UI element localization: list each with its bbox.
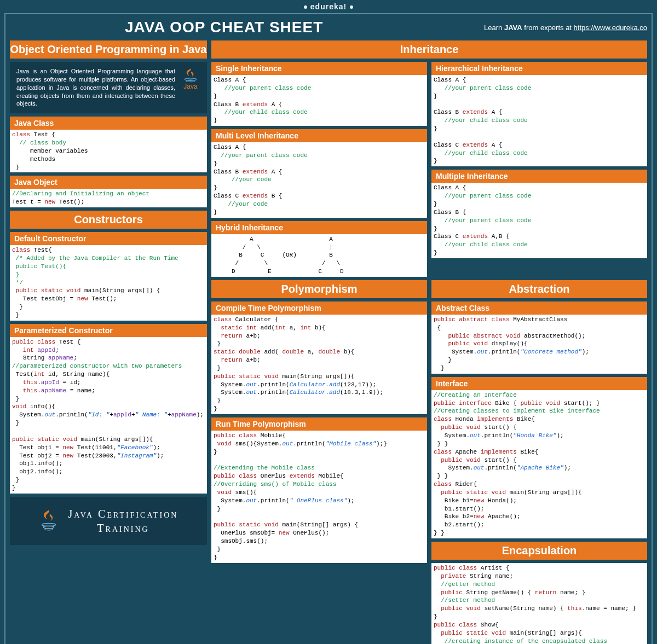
subheader-multiple-inh: Multiple Inheritance xyxy=(431,170,647,183)
java-logo-icon: Java xyxy=(181,67,200,90)
subheader-default-ctor: Default Constructor xyxy=(10,232,207,245)
learn-link-text: Learn JAVA from experts at https://www.e… xyxy=(484,24,647,32)
subheader-java-object: Java Object xyxy=(10,176,207,189)
sheet-outer: JAVA OOP CHEAT SHEET Learn JAVA from exp… xyxy=(4,13,653,644)
learn-link[interactable]: https://www.edureka.co xyxy=(574,24,647,32)
subheader-abstract-class: Abstract Class xyxy=(431,301,647,315)
page-title: JAVA OOP CHEAT SHEET xyxy=(10,19,323,36)
svg-point-4 xyxy=(44,528,52,530)
code-runtime-poly: public class Mobile{ void sms(){System.o… xyxy=(211,431,427,563)
subheader-hybrid-inh: Hybrid Inheritance xyxy=(211,221,427,234)
code-compile-poly: class Calculator { static int add(int a,… xyxy=(211,315,427,414)
inheritance-right: Hierarchical Inheritance Class A { //you… xyxy=(431,62,647,277)
intro-box: Java is an Object Oriented Programming l… xyxy=(10,62,207,113)
section-polymorphism: Polymorphism xyxy=(211,280,427,298)
subheader-runtime-poly: Run Time Polymorphism xyxy=(211,417,427,431)
section-encapsulation: Encapsulation xyxy=(431,542,647,560)
section-constructors: Constructors xyxy=(10,211,207,229)
inheritance-left: Single Inheritance Class A { //your pare… xyxy=(211,62,427,277)
code-multiple-inh: Class A { //your parent class code } Cla… xyxy=(431,183,647,258)
section-abstraction: Abstraction xyxy=(431,280,647,298)
code-interface: //Creating an Interface public interface… xyxy=(431,390,647,538)
code-abstract-class: public abstract class MyAbstractClass { … xyxy=(431,315,647,374)
code-java-class: class Test { // class body member variab… xyxy=(10,130,207,172)
poly-col: Polymorphism Compile Time Polymorphism c… xyxy=(211,280,427,644)
column-left: Object Oriented Programming in Java Java… xyxy=(10,40,207,644)
code-hybrid-inh: A A / \ | B C (OR) B / \ / \ D E C D xyxy=(211,234,427,277)
cert-banner: Java CertificationTraining xyxy=(10,497,207,545)
subheader-hier-inh: Hierarchical Inheritance xyxy=(431,62,647,75)
subheader-multilvl-inh: Multi Level Inheritance xyxy=(211,129,427,142)
code-single-inh: Class A { //your parent class code } Cla… xyxy=(211,75,427,126)
subheader-param-ctor: Parameterized Constructor xyxy=(10,324,207,337)
code-hier-inh: Class A { //your parent class code } Cla… xyxy=(431,75,647,166)
abs-col: Abstraction Abstract Class public abstra… xyxy=(431,280,647,644)
section-oop: Object Oriented Programming in Java xyxy=(10,40,207,59)
code-java-object: //Declaring and Initializing an object T… xyxy=(10,189,207,207)
code-default-ctor: class Test{ /* Added by the Java Compile… xyxy=(10,245,207,321)
java-logo-icon xyxy=(39,509,59,533)
section-inheritance: Inheritance xyxy=(211,40,647,59)
subheader-single-inh: Single Inheritance xyxy=(211,62,427,75)
subheader-interface: Interface xyxy=(431,377,647,390)
subheader-java-class: Java Class xyxy=(10,117,207,130)
code-encapsulation: public class Artist { private String nam… xyxy=(431,563,647,644)
code-param-ctor: public class Test { int appId; String ap… xyxy=(10,337,207,494)
code-multilvl-inh: Class A { //your parent class code } Cla… xyxy=(211,142,427,218)
subheader-compile-poly: Compile Time Polymorphism xyxy=(211,301,427,315)
brand-bar: edureka! xyxy=(4,0,653,13)
